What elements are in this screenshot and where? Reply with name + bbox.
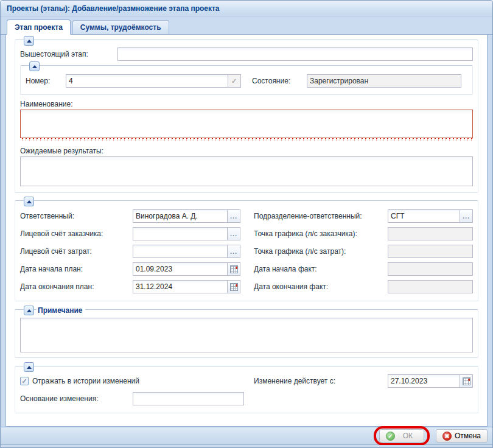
calendar-glyph-icon [463, 377, 470, 385]
invalid-underline [20, 138, 473, 141]
parent-stage-input[interactable] [117, 47, 473, 61]
calendar-glyph-icon [230, 265, 238, 273]
state-input [307, 74, 461, 88]
lookup-ellipsis-icon[interactable]: ... [227, 245, 240, 258]
calendar-icon[interactable] [227, 280, 240, 293]
fieldset-note: Примечание [15, 309, 478, 358]
collapse-toggle-icon[interactable] [29, 61, 40, 71]
number-input[interactable] [66, 74, 228, 88]
calendar-icon[interactable] [460, 374, 473, 388]
calendar-icon[interactable] [227, 262, 240, 276]
history-checkbox[interactable]: ✓ [20, 377, 29, 385]
responsible-input[interactable] [133, 209, 228, 223]
end-date-fact-input [388, 280, 473, 293]
window-bottom-edge [1, 445, 492, 447]
state-label: Состояние: [252, 77, 307, 85]
fieldset-history: ✓ Отражать в истории изменений Изменение… [15, 366, 478, 413]
arrow-up-icon [32, 65, 37, 68]
schedule-point-customer-label: Точка графика (л/с заказчика): [254, 229, 388, 238]
arrow-up-icon [27, 40, 32, 43]
schedule-point-cost-label: Точка графика (л/с затрат): [254, 247, 388, 256]
ok-button-label: ОК [398, 432, 418, 440]
lookup-ellipsis-icon[interactable]: ... [460, 209, 473, 223]
name-label: Наименование: [20, 100, 473, 108]
cancel-x-icon: ✖ [442, 432, 452, 441]
end-date-plan-input[interactable] [133, 280, 228, 293]
arrow-up-icon [27, 366, 32, 369]
dialog-window: Проекты (этапы): Добавление/размножение … [0, 0, 493, 448]
customer-account-label: Лицевой счёт заказчика: [20, 229, 133, 238]
expected-results-label: Ожидаемые результаты: [20, 147, 473, 155]
tab-stage-label: Этап проекта [15, 23, 63, 32]
start-date-fact-label: Дата начала факт: [254, 265, 388, 273]
change-effective-label: Изменение действует с: [254, 377, 388, 385]
note-legend: Примечание [37, 306, 85, 315]
change-reason-label: Основание изменения: [20, 394, 133, 403]
fieldset-main: Вышестоящий этап: Номер: ✓ Состояние: [15, 40, 478, 193]
highlight-annotation: ✓ ОК [374, 426, 430, 446]
window-title: Проекты (этапы): Добавление/размножение … [7, 4, 220, 13]
arrow-up-icon [27, 200, 32, 203]
fieldset-details: Ответственный: ... Подразделение-ответст… [15, 200, 478, 301]
customer-account-input[interactable] [133, 227, 228, 240]
start-date-plan-label: Дата начала план: [20, 265, 133, 273]
parent-stage-label: Вышестоящий этап: [20, 50, 117, 58]
note-textarea[interactable] [20, 318, 473, 352]
start-date-plan-input[interactable] [133, 262, 228, 276]
end-date-plan-label: Дата окончания план: [20, 282, 133, 291]
collapse-toggle-icon[interactable] [24, 36, 34, 46]
end-date-fact-label: Дата окончания факт: [254, 282, 388, 291]
form-panel: Вышестоящий этап: Номер: ✓ Состояние: [5, 35, 488, 427]
cancel-button[interactable]: ✖ Отмена [436, 429, 488, 443]
change-reason-input[interactable] [133, 392, 244, 405]
collapse-toggle-icon[interactable] [24, 362, 34, 372]
collapse-toggle-icon[interactable] [24, 306, 34, 315]
cost-account-label: Лицевой счёт затрат: [20, 247, 133, 256]
footer-toolbar: ✓ ОК ✖ Отмена [1, 427, 492, 445]
cancel-button-label: Отмена [455, 432, 481, 440]
name-textarea[interactable] [20, 110, 473, 138]
schedule-point-customer-input [388, 227, 473, 240]
ok-button[interactable]: ✓ ОК [379, 429, 424, 443]
tab-sums[interactable]: Суммы, трудоёмкость [72, 20, 169, 34]
calendar-glyph-icon [230, 283, 238, 291]
ok-check-icon: ✓ [386, 432, 395, 441]
cost-account-input[interactable] [133, 245, 228, 258]
arrow-up-icon [27, 309, 32, 312]
schedule-point-cost-input [388, 245, 473, 258]
fieldset-number: Номер: ✓ Состояние: [20, 65, 473, 95]
expected-results-textarea[interactable] [20, 156, 473, 186]
start-date-fact-input [388, 262, 473, 276]
title-bar: Проекты (этапы): Добавление/размножение … [1, 1, 492, 17]
collapse-toggle-icon[interactable] [24, 197, 34, 206]
tab-sums-label: Суммы, трудоёмкость [80, 23, 161, 32]
number-label: Номер: [26, 77, 66, 85]
responsible-department-input[interactable] [388, 209, 460, 223]
tab-stage[interactable]: Этап проекта [7, 19, 71, 35]
confirm-check-icon[interactable]: ✓ [228, 74, 241, 88]
lookup-ellipsis-icon[interactable]: ... [227, 209, 240, 223]
responsible-department-label: Подразделение-ответственный: [254, 212, 388, 220]
change-effective-input[interactable] [388, 374, 460, 388]
responsible-label: Ответственный: [20, 212, 133, 220]
history-checkbox-label: Отражать в истории изменений [32, 377, 139, 385]
tab-bar: Этап проекта Суммы, трудоёмкость [1, 17, 492, 35]
lookup-ellipsis-icon[interactable]: ... [227, 227, 240, 240]
